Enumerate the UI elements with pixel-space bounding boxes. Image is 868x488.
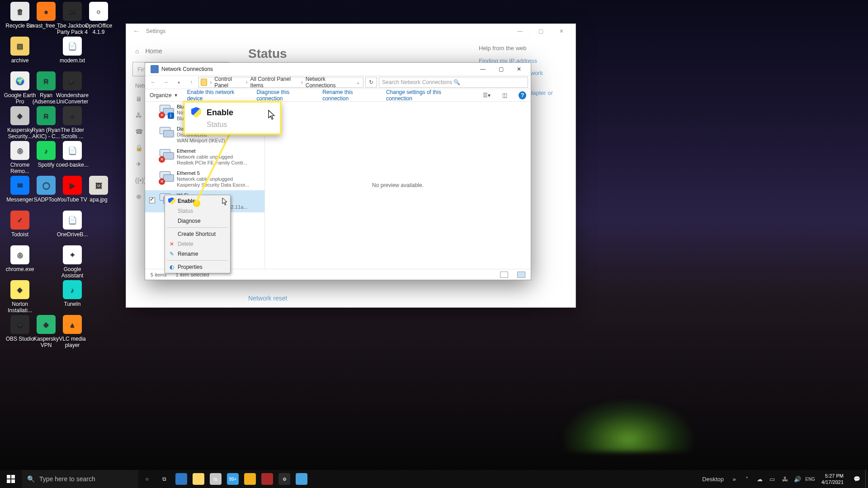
menu-item-properties[interactable]: ◐Properties: [166, 262, 229, 272]
taskbar-store[interactable]: 🛍: [207, 470, 224, 488]
callout-status-row: Status: [185, 121, 280, 131]
view-details-icon[interactable]: [500, 272, 508, 278]
minimize-button[interactable]: ―: [474, 63, 492, 75]
search-input[interactable]: Search Network Connections🔍: [379, 77, 528, 88]
toolbar-change[interactable]: Change settings of this connection: [386, 89, 464, 102]
explorer-titlebar[interactable]: Network Connections ― ▢ ✕: [145, 63, 531, 75]
back-button[interactable]: ←: [130, 27, 143, 35]
desktop-icon[interactable]: ◆Norton Installati...: [3, 280, 37, 314]
taskbar-weather[interactable]: 99+: [224, 470, 241, 488]
desktop-icon[interactable]: ⟐The Elder Scrolls ...: [55, 106, 90, 140]
view-menu-icon[interactable]: ☰▾: [482, 90, 491, 100]
nav-icon: ⊕: [135, 193, 142, 200]
menu-label: Diagnose: [178, 218, 201, 224]
menu-item-delete: ✕Delete: [166, 239, 229, 249]
adapter-icon: ✕: [159, 170, 173, 185]
crumb[interactable]: All Control Panel Items: [249, 76, 299, 89]
taskbar-chrome[interactable]: [241, 470, 259, 488]
context-menu: EnableStatusDiagnoseCreate Shortcut✕Dele…: [165, 195, 231, 273]
menu-item-rename[interactable]: ✎Rename: [166, 249, 229, 259]
organize-menu[interactable]: Organize▼: [150, 92, 178, 99]
crumb[interactable]: Network Connections: [305, 76, 351, 89]
desktop-icon[interactable]: 📄OneDriveB...: [55, 211, 90, 238]
desktop-icon[interactable]: ♪TuneIn: [55, 280, 90, 307]
desktop-icon[interactable]: ◎chrome.exe: [3, 245, 37, 272]
home-label: Home: [145, 47, 162, 55]
nav-forward[interactable]: →: [160, 79, 171, 85]
network-reset-link[interactable]: Network reset: [248, 295, 287, 302]
show-desktop-button[interactable]: [865, 470, 868, 488]
close-button[interactable]: ✕: [551, 24, 572, 38]
menu-item-enable[interactable]: Enable: [166, 196, 229, 206]
toolbar-diagnose[interactable]: Diagnose this connection: [256, 89, 313, 102]
preview-pane-icon[interactable]: ◫: [500, 90, 510, 100]
menu-separator: [167, 227, 228, 228]
cursor-icon: [268, 110, 276, 121]
menu-item-create-shortcut[interactable]: Create Shortcut: [166, 229, 229, 239]
nav-icon: 🔒: [135, 144, 142, 151]
cursor-icon: [222, 197, 228, 206]
crumb[interactable]: Control Panel: [213, 76, 244, 89]
window-icon: [151, 65, 159, 73]
minimize-button[interactable]: ―: [509, 24, 530, 38]
search-icon: 🔍: [453, 79, 525, 85]
settings-titlebar[interactable]: ← Settings ― ▢ ✕: [126, 24, 576, 38]
menu-separator: [167, 260, 228, 261]
maximize-button[interactable]: ▢: [492, 63, 510, 75]
tray-overflow-icon[interactable]: »: [729, 476, 739, 483]
taskbar-brave[interactable]: [259, 470, 276, 488]
adapter-item[interactable]: ✕EthernetNetwork cable unpluggedRealtek …: [145, 146, 264, 168]
menu-item-diagnose[interactable]: Diagnose: [166, 216, 229, 226]
menu-label: Create Shortcut: [178, 231, 216, 237]
nav-recent[interactable]: ▾: [173, 80, 184, 85]
desktop-icon[interactable]: ○OpenOffice 4.1.9: [81, 2, 116, 35]
nav-up[interactable]: ↑: [186, 79, 197, 85]
breadcrumb[interactable]: › Control Panel› All Control Panel Items…: [198, 77, 363, 88]
toolbar-enable[interactable]: Enable this network device: [187, 89, 248, 102]
enable-callout: Enable Status: [184, 101, 281, 135]
taskbar-clock[interactable]: 5:27 PM 4/17/2021: [817, 473, 848, 485]
desktop-icon[interactable]: ▶Wondershare UniConverter: [55, 71, 90, 105]
help-icon[interactable]: ?: [519, 91, 526, 99]
taskbar: 🔍Type here to search ○ ⧉🛍99+⚙ Desktop » …: [0, 470, 868, 488]
toolbar-rename[interactable]: Rename this connection: [322, 89, 377, 102]
taskbar-explorer-active[interactable]: [293, 470, 310, 488]
tray-language-icon[interactable]: ENG: [805, 477, 815, 482]
tray-overflow-chevron-icon[interactable]: ˄: [742, 476, 752, 483]
maximize-button[interactable]: ▢: [530, 24, 551, 38]
desktop-icon[interactable]: 📄modem.txt: [55, 37, 90, 64]
checkbox-icon[interactable]: [149, 197, 155, 203]
address-bar-row: ← → ▾ ↑ › Control Panel› All Control Pan…: [145, 75, 531, 89]
start-button[interactable]: [0, 470, 22, 488]
desktop-icon[interactable]: 📄coed-baske...: [55, 141, 90, 168]
desktop-icon[interactable]: ✓Todoist: [3, 211, 37, 238]
desktop-icon[interactable]: ✦Google Assistant: [55, 245, 90, 279]
nav-back[interactable]: ←: [148, 79, 159, 85]
taskbar-settings-gear[interactable]: ⚙: [276, 470, 293, 488]
view-tiles-icon[interactable]: [517, 272, 525, 278]
nav-icon: 🖥: [135, 95, 142, 103]
taskbar-task-view[interactable]: ⧉: [156, 470, 173, 488]
desktop-icon[interactable]: ▤archive: [3, 37, 37, 64]
close-button[interactable]: ✕: [510, 63, 528, 75]
search-placeholder: Type here to search: [39, 475, 95, 483]
tray-onedrive-icon[interactable]: ☁: [755, 476, 764, 483]
adapter-item[interactable]: ✕Ethernet 5Network cable unpluggedKasper…: [145, 168, 264, 190]
taskbar-search[interactable]: 🔍Type here to search: [22, 470, 138, 488]
rename-icon: ✎: [168, 250, 175, 258]
tray-meet-now-icon[interactable]: ▭: [767, 476, 777, 483]
cortana-icon[interactable]: ○: [138, 470, 156, 488]
tray-volume-icon[interactable]: 🔊: [793, 476, 802, 483]
taskbar-file-explorer[interactable]: [190, 470, 207, 488]
desktop-icon[interactable]: ▲VLC media player: [55, 315, 90, 348]
nav-icon: ((•)): [135, 177, 142, 184]
desktop-icon[interactable]: 🖼apa.jpg: [81, 176, 116, 203]
sidebar-home[interactable]: ⌂Home: [126, 43, 236, 59]
history-chevron-icon[interactable]: ⌄: [355, 79, 361, 85]
tray-desktop-label[interactable]: Desktop: [702, 476, 726, 483]
tray-network-icon[interactable]: 🖧: [780, 476, 790, 483]
taskbar-edge[interactable]: [173, 470, 190, 488]
refresh-button[interactable]: ↻: [365, 77, 377, 88]
action-center-icon[interactable]: 💬: [848, 470, 865, 488]
menu-label: Properties: [178, 264, 203, 270]
